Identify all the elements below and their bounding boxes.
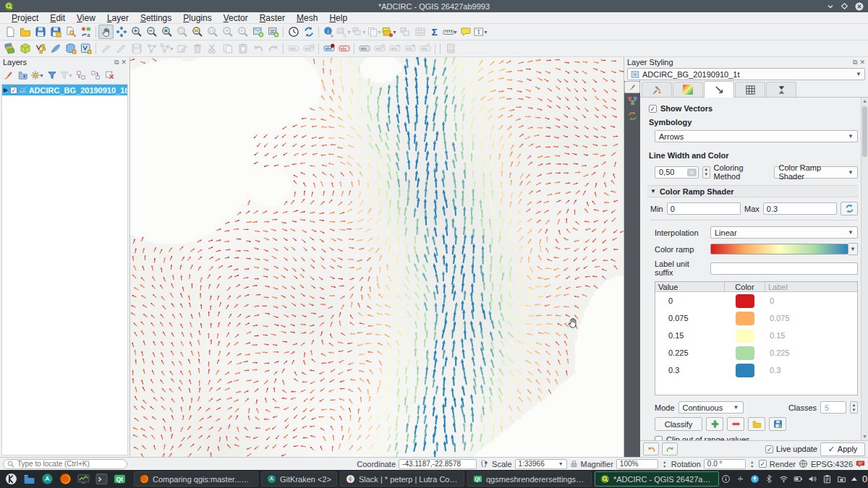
pin-unpin-labels-icon[interactable]: abc [321, 41, 336, 56]
show-vectors-checkbox[interactable]: ✓ [649, 105, 657, 113]
class-color-swatch[interactable] [736, 346, 754, 360]
notifications-tray-icon[interactable] [721, 474, 731, 484]
zoom-full-icon[interactable] [159, 25, 174, 39]
apply-button[interactable]: ✓Apply [820, 442, 865, 456]
task-button[interactable]: Qtqgsmeshrenderersettings.h ... [467, 471, 592, 487]
line-width-spin-buttons[interactable]: ▲▼ [702, 166, 710, 179]
slack-tray-icon[interactable] [736, 474, 745, 484]
clip-out-of-range-checkbox[interactable]: ✓ [655, 436, 663, 441]
tray-expand-icon[interactable] [851, 477, 857, 481]
scale-combo[interactable]: 1:33966▼ [515, 459, 567, 469]
float-panel-icon[interactable]: ⧉ [114, 59, 119, 67]
close-styling-panel-icon[interactable]: ✕ [859, 59, 865, 67]
map-tips-icon[interactable] [458, 25, 473, 39]
expand-all-icon[interactable] [74, 69, 88, 82]
mode-select[interactable]: Continuous ▼ [678, 401, 744, 414]
value-column-header[interactable]: Value [655, 282, 725, 291]
lock-scale-icon[interactable] [570, 460, 578, 468]
max-input[interactable]: 0.3 [763, 202, 837, 215]
statistics-summary-icon[interactable]: Σ [427, 25, 443, 39]
wifi-tray-icon[interactable] [779, 474, 788, 484]
qtcreator-launcher-icon[interactable]: Qt [111, 471, 127, 487]
close-icon[interactable] [855, 2, 864, 11]
measure-icon[interactable]: ▼ [443, 25, 458, 39]
clear-value-icon[interactable]: ⨯ [687, 168, 697, 176]
symbology-gutter-icon[interactable] [624, 81, 640, 93]
collapse-all-icon[interactable] [88, 69, 102, 82]
load-color-map-button[interactable] [748, 417, 765, 431]
updates-tray-icon[interactable] [750, 474, 760, 484]
add-group-icon[interactable] [16, 69, 30, 82]
coordinate-field[interactable]: -43.1187,-22.8578 [399, 459, 477, 469]
scroll-up-icon[interactable]: ▲ [861, 98, 868, 105]
history-gutter-icon[interactable] [624, 108, 640, 124]
gitkraken-launcher-icon[interactable] [39, 471, 55, 487]
tab-settings[interactable] [642, 82, 672, 97]
firefox-launcher-icon[interactable] [57, 471, 73, 487]
redo-style-button[interactable] [662, 442, 678, 455]
pan-map-icon[interactable] [98, 25, 114, 39]
tab-averaging[interactable] [766, 82, 796, 97]
menu-help[interactable]: Help [323, 13, 353, 23]
symbology-select[interactable]: Arrows ▼ [655, 130, 858, 142]
undo-style-button[interactable] [643, 442, 659, 455]
volume-tray-icon[interactable] [808, 474, 817, 484]
label-unit-suffix-input[interactable] [710, 262, 858, 275]
class-color-swatch[interactable] [736, 312, 754, 325]
label-column-header[interactable]: Label [765, 282, 830, 291]
extents-toggle-icon[interactable] [480, 459, 489, 468]
menu-settings[interactable]: Settings [135, 13, 177, 23]
class-row[interactable]: 0.0750.075 [655, 309, 857, 327]
class-color-swatch[interactable] [736, 294, 754, 308]
line-width-spinbox[interactable]: 0,50 ⨯ [655, 166, 699, 179]
locator-box[interactable] [3, 459, 127, 469]
magnifier-spin-buttons[interactable]: ▲▼ [661, 460, 668, 468]
live-update-checkbox[interactable]: ✓ [765, 445, 773, 453]
refresh-map-icon[interactable] [301, 25, 316, 39]
datasets-gutter-icon[interactable] [624, 93, 640, 108]
scrollbar-thumb[interactable] [862, 106, 867, 157]
save-project-icon[interactable] [33, 25, 48, 39]
zoom-out-icon[interactable] [144, 25, 159, 39]
save-color-map-button[interactable] [769, 417, 786, 431]
vault-tray-icon[interactable] [837, 474, 846, 484]
class-row[interactable]: 00 [655, 292, 857, 309]
magnifier-spinbox[interactable]: 100% [616, 459, 658, 469]
expand-layer-icon[interactable]: ▶ [4, 87, 8, 93]
interpolation-select[interactable]: Linear ▼ [710, 226, 858, 239]
render-checkbox[interactable]: ✓ [759, 460, 767, 468]
text-annotation-icon[interactable]: T▼ [473, 25, 488, 39]
tab-vectors[interactable] [704, 81, 734, 98]
task-button[interactable]: Slack | * peterp | Lutra Con... [340, 471, 464, 487]
zoom-to-layer-icon[interactable] [190, 25, 205, 39]
coloring-method-select[interactable]: Color Ramp Shader ▼ [774, 166, 858, 179]
layer-item[interactable]: ▶ ✓ ADCIRC_BG_20190910_1t [2, 85, 127, 95]
layer-visibility-checkbox[interactable]: ✓ [10, 87, 17, 94]
classes-spinbox[interactable]: 5 [820, 401, 846, 414]
color-ramp-bar[interactable] [710, 244, 848, 254]
remove-layer-icon[interactable] [103, 69, 116, 82]
class-row[interactable]: 0.150.15 [655, 327, 857, 344]
select-all-features-icon[interactable]: ▼ [382, 25, 397, 39]
menu-mesh[interactable]: Mesh [291, 13, 323, 23]
new-geopackage-layer-icon[interactable] [17, 41, 33, 56]
classes-spin-buttons[interactable]: ▲▼ [850, 401, 858, 414]
move-label-icon[interactable]: abc [357, 41, 372, 56]
open-project-icon[interactable] [17, 25, 33, 39]
float-styling-panel-icon[interactable]: ⧉ [853, 59, 857, 67]
remove-class-button[interactable] [727, 417, 744, 431]
project-properties-icon[interactable] [63, 25, 78, 39]
class-color-swatch[interactable] [736, 364, 754, 377]
menu-project[interactable]: Project [6, 13, 44, 23]
highlight-pinned-labels-icon[interactable]: abc [336, 41, 352, 56]
tab-mesh-frame[interactable] [735, 82, 765, 97]
scroll-down-icon[interactable]: ▼ [861, 433, 868, 440]
styling-scrollbar[interactable]: ▲ ▼ [861, 98, 868, 440]
class-color-swatch[interactable] [736, 329, 754, 343]
close-panel-icon[interactable]: ✕ [121, 59, 127, 67]
filter-legend-icon[interactable] [45, 69, 59, 82]
messages-icon[interactable] [856, 459, 865, 468]
task-button[interactable]: GitKraken <2> [261, 471, 337, 487]
task-button[interactable]: *ADCIRC - QGIS 26427ab9993 [595, 471, 719, 487]
kde-menu-icon[interactable] [3, 471, 19, 487]
